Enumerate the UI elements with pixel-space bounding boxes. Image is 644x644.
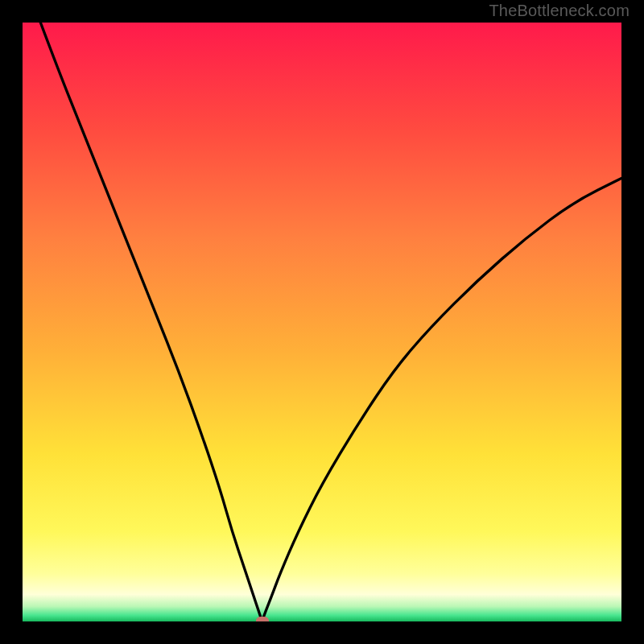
- chart-frame: TheBottleneck.com: [0, 0, 644, 644]
- watermark-text: TheBottleneck.com: [489, 2, 630, 20]
- optimum-marker: [256, 617, 269, 621]
- plot-area: [23, 23, 621, 621]
- background-gradient: [23, 23, 621, 621]
- svg-rect-0: [23, 23, 621, 621]
